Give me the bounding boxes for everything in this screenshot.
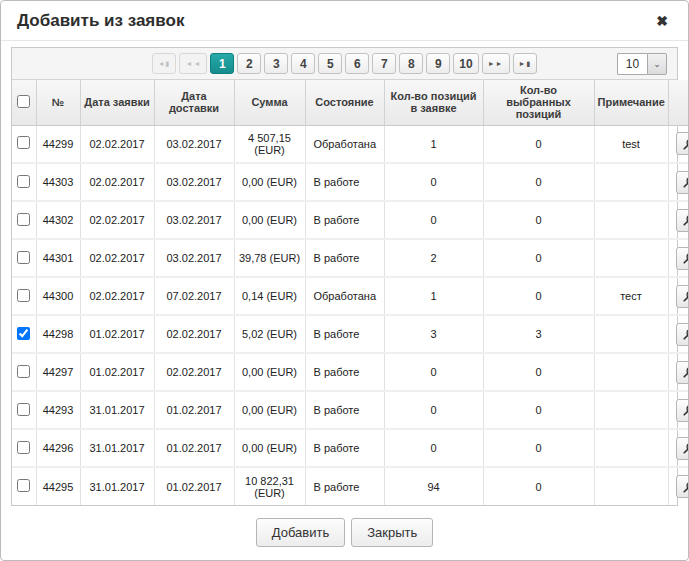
pager-page-button[interactable]: 1 (210, 53, 234, 74)
table-row: 44293 31.01.2017 01.02.2017 0,00 (EUR) В… (12, 391, 689, 429)
row-checkbox[interactable] (17, 251, 30, 264)
dialog-footer: Добавить Закрыть (1, 506, 688, 560)
close-button[interactable]: Закрыть (351, 518, 433, 547)
pager-last-button[interactable]: ►▮ (513, 53, 538, 74)
col-header-actions (668, 80, 689, 125)
view-details-button[interactable] (676, 399, 689, 422)
row-checkbox[interactable] (17, 479, 30, 492)
header-row: № Дата заявки Дата доставки Сумма Состоя… (12, 80, 689, 125)
cell-selected-positions: 0 (483, 239, 594, 277)
row-checkbox[interactable] (17, 365, 30, 378)
view-details-button[interactable] (676, 475, 689, 498)
pager-next-button[interactable]: ►► (482, 53, 510, 74)
row-checkbox[interactable] (17, 136, 30, 149)
pager-pages: 12345678910 (210, 53, 478, 74)
cell-selected-positions: 0 (483, 201, 594, 239)
cell-status: Обработана (305, 125, 384, 163)
requests-tbody: 44299 02.02.2017 03.02.2017 4 507,15 (EU… (12, 125, 689, 505)
cell-request-date: 01.02.2017 (80, 353, 154, 391)
row-checkbox[interactable] (17, 403, 30, 416)
cell-number: 44297 (36, 353, 80, 391)
cell-positions-in-request: 1 (384, 277, 483, 315)
cell-sum: 0,00 (EUR) (234, 201, 305, 239)
pager-page-button[interactable]: 9 (426, 53, 450, 74)
page-size-select[interactable]: 10 ⌄ (617, 53, 667, 75)
view-details-button[interactable] (676, 171, 689, 194)
row-checkbox[interactable] (17, 327, 30, 340)
cell-note (594, 163, 668, 201)
view-details-button[interactable] (676, 437, 689, 460)
row-checkbox[interactable] (17, 213, 30, 226)
cell-positions-in-request: 0 (384, 201, 483, 239)
row-checkbox[interactable] (17, 289, 30, 302)
pager-first-button[interactable]: ◄▮ (152, 53, 177, 74)
row-checkbox[interactable] (17, 175, 30, 188)
view-details-button[interactable] (676, 361, 689, 384)
cell-delivery-date: 02.02.2017 (154, 315, 234, 353)
cell-sum: 5,02 (EUR) (234, 315, 305, 353)
pager-page-button[interactable]: 10 (453, 53, 478, 74)
col-header-sum: Сумма (234, 80, 305, 125)
pager-page-button[interactable]: 3 (264, 53, 288, 74)
cell-status: В работе (305, 353, 384, 391)
cell-note (594, 201, 668, 239)
pager-page-button[interactable]: 4 (291, 53, 315, 74)
cell-sum: 0,14 (EUR) (234, 277, 305, 315)
view-details-button[interactable] (676, 285, 689, 308)
col-header-selected-positions: Кол-во выбранных позиций (483, 80, 594, 125)
pager-page-button[interactable]: 7 (372, 53, 396, 74)
view-details-button[interactable] (676, 132, 689, 155)
col-header-status: Состояние (305, 80, 384, 125)
cell-positions-in-request: 0 (384, 429, 483, 467)
cell-status: В работе (305, 315, 384, 353)
cell-number: 44293 (36, 391, 80, 429)
select-all-checkbox[interactable] (17, 95, 30, 108)
pager-page-button[interactable]: 8 (399, 53, 423, 74)
pager-page-button[interactable]: 5 (318, 53, 342, 74)
close-icon[interactable]: ✖ (652, 12, 672, 30)
add-button[interactable]: Добавить (256, 518, 345, 547)
magnifier-icon (683, 138, 689, 150)
cell-sum: 10 822,31 (EUR) (234, 467, 305, 505)
cell-positions-in-request: 0 (384, 163, 483, 201)
cell-selected-positions: 0 (483, 125, 594, 163)
table-row: 44300 02.02.2017 07.02.2017 0,14 (EUR) О… (12, 277, 689, 315)
cell-delivery-date: 03.02.2017 (154, 125, 234, 163)
cell-note (594, 391, 668, 429)
view-details-button[interactable] (676, 209, 689, 232)
magnifier-icon (683, 328, 689, 340)
chevron-down-icon[interactable]: ⌄ (647, 53, 667, 75)
cell-positions-in-request: 94 (384, 467, 483, 505)
row-checkbox[interactable] (17, 441, 30, 454)
cell-selected-positions: 0 (483, 163, 594, 201)
magnifier-icon (683, 481, 689, 493)
cell-sum: 0,00 (EUR) (234, 163, 305, 201)
view-details-button[interactable] (676, 323, 689, 346)
magnifier-icon (683, 290, 689, 302)
cell-number: 44302 (36, 201, 80, 239)
pager-page-button[interactable]: 2 (237, 53, 261, 74)
cell-status: В работе (305, 467, 384, 505)
table-row: 44298 01.02.2017 02.02.2017 5,02 (EUR) В… (12, 315, 689, 353)
cell-selected-positions: 3 (483, 315, 594, 353)
pager: ◄▮ ◄◄ 12345678910 ►► ►▮ (152, 53, 538, 74)
cell-status: В работе (305, 201, 384, 239)
cell-delivery-date: 03.02.2017 (154, 239, 234, 277)
cell-status: В работе (305, 391, 384, 429)
cell-sum: 4 507,15 (EUR) (234, 125, 305, 163)
cell-status: Обработана (305, 277, 384, 315)
add-from-requests-dialog: Добавить из заявок ✖ ◄▮ ◄◄ 12345678910 ►… (0, 0, 689, 561)
pager-prev-button[interactable]: ◄◄ (179, 53, 207, 74)
cell-request-date: 02.02.2017 (80, 125, 154, 163)
cell-sum: 0,00 (EUR) (234, 391, 305, 429)
pager-page-button[interactable]: 6 (345, 53, 369, 74)
cell-number: 44303 (36, 163, 80, 201)
requests-grid-panel: ◄▮ ◄◄ 12345678910 ►► ►▮ 10 ⌄ (11, 47, 678, 506)
cell-delivery-date: 03.02.2017 (154, 163, 234, 201)
cell-positions-in-request: 1 (384, 125, 483, 163)
cell-status: В работе (305, 429, 384, 467)
magnifier-icon (683, 442, 689, 454)
view-details-button[interactable] (676, 247, 689, 270)
table-row: 44303 02.02.2017 03.02.2017 0,00 (EUR) В… (12, 163, 689, 201)
cell-note (594, 353, 668, 391)
